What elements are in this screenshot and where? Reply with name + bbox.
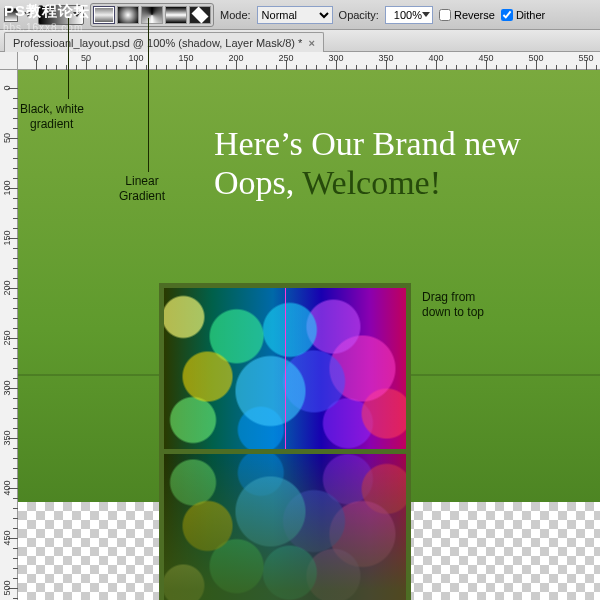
hero-headline: Here’s Our Brand new Oops, Welcome! xyxy=(214,124,521,202)
gradient-type-diamond[interactable] xyxy=(189,6,211,24)
chevron-down-icon[interactable] xyxy=(422,12,430,17)
hero-line2a: Oops, xyxy=(214,164,302,201)
annotation-line-linear xyxy=(148,18,149,172)
dither-checkbox-label: Dither xyxy=(516,9,545,21)
annotation-line-bw xyxy=(68,18,69,99)
reverse-checkbox-label: Reverse xyxy=(454,9,495,21)
annotation-bw-gradient: Black, white gradient xyxy=(20,102,84,132)
watermark-text: PS教程论坛 xyxy=(0,0,94,23)
watermark-url: bbs.16xx8.com xyxy=(3,22,83,33)
opacity-label: Opacity: xyxy=(339,9,379,21)
vertical-guide[interactable] xyxy=(285,283,286,454)
ruler-horizontal[interactable]: 050100150200250300350400450500550 xyxy=(18,52,600,70)
document-tab[interactable]: Professioanl_layout.psd @ 100% (shadow, … xyxy=(4,32,324,52)
annotation-drag-hint: Drag from down to top xyxy=(422,290,484,320)
gradient-type-reflected[interactable] xyxy=(165,6,187,24)
ruler-origin[interactable] xyxy=(0,52,18,70)
hero-welcome: Welcome! xyxy=(302,164,441,201)
document-tab-title: Professioanl_layout.psd @ 100% (shadow, … xyxy=(13,37,302,49)
opacity-field[interactable] xyxy=(385,6,433,24)
reverse-checkbox[interactable]: Reverse xyxy=(439,9,495,21)
bokeh-pattern xyxy=(164,454,406,601)
gradient-type-linear[interactable] xyxy=(93,6,115,24)
reverse-checkbox-input[interactable] xyxy=(439,9,451,21)
dither-checkbox[interactable]: Dither xyxy=(501,9,545,21)
workspace: 050100150200250300350400450500550 050100… xyxy=(0,52,600,600)
mode-label: Mode: xyxy=(220,9,251,21)
canvas[interactable]: Here’s Our Brand new Oops, Welcome! Blac… xyxy=(18,70,600,600)
ruler-vertical[interactable]: 050100150200250300350400450500 xyxy=(0,70,18,600)
annotation-linear-gradient: Linear Gradient xyxy=(119,174,165,204)
dither-checkbox-input[interactable] xyxy=(501,9,513,21)
bokeh-image[interactable] xyxy=(159,283,411,454)
document-tab-bar: Professioanl_layout.psd @ 100% (shadow, … xyxy=(0,30,600,52)
bokeh-image-group xyxy=(159,283,411,600)
blend-mode-select[interactable]: Normal xyxy=(257,6,333,24)
opacity-input[interactable] xyxy=(388,9,422,21)
gradient-type-angle[interactable] xyxy=(141,6,163,24)
hero-line1: Here’s Our Brand new xyxy=(214,125,521,162)
close-icon[interactable]: × xyxy=(308,37,314,49)
bokeh-image-reflection[interactable] xyxy=(159,449,411,601)
gradient-type-radial[interactable] xyxy=(117,6,139,24)
gradient-type-group xyxy=(90,3,214,27)
